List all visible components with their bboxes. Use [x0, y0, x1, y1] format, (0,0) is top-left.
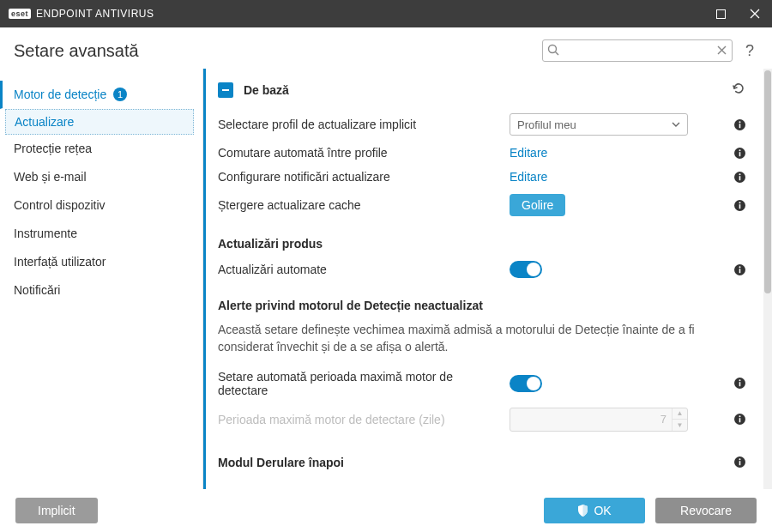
svg-line-4 [556, 52, 559, 56]
row-rollback-heading: Modul Derulare înapoi [218, 437, 746, 475]
info-icon [733, 263, 746, 276]
help-button[interactable]: ? [741, 42, 758, 60]
sidebar-badge: 1 [113, 88, 127, 101]
sidebar: Motor de detecție 1 Actualizare Protecți… [0, 69, 202, 489]
svg-rect-21 [739, 269, 741, 273]
info-button[interactable] [727, 171, 746, 184]
brand: eset ENDPOINT ANTIVIRUS [9, 8, 154, 20]
close-button[interactable] [738, 0, 772, 27]
row-max-age-days: Perioada maximă motor de detectare (zile… [218, 402, 746, 437]
sidebar-item-device-control[interactable]: Control dispozitiv [0, 191, 202, 220]
row-clear-cache: Ștergere actualizare cache Golire [218, 189, 746, 221]
default-button[interactable]: Implicit [15, 498, 98, 523]
edit-link[interactable]: Editare [510, 146, 547, 160]
label: Setare automată perioada maximă motor de… [218, 370, 501, 397]
svg-rect-18 [739, 204, 741, 209]
svg-rect-9 [739, 124, 741, 128]
cancel-button[interactable]: Revocare [655, 498, 757, 523]
clear-cache-button[interactable]: Golire [510, 194, 565, 216]
row-auto-updates: Actualizări automate [218, 256, 746, 283]
svg-rect-15 [739, 176, 741, 180]
sidebar-item-label: Web și e-mail [14, 170, 87, 184]
collapse-toggle[interactable] [218, 82, 233, 98]
page-title: Setare avansată [14, 41, 139, 61]
section-basic: De bază Selectare profil de actualizare … [206, 69, 758, 478]
sidebar-item-tools[interactable]: Instrumente [0, 220, 202, 248]
sidebar-item-label: Actualizare [15, 115, 74, 129]
svg-point-22 [739, 266, 741, 268]
scrollbar[interactable] [763, 69, 772, 489]
label: Configurare notificări actualizare [218, 170, 501, 184]
ok-label: OK [594, 504, 611, 517]
subheading-outdated-alerts: Alerte privind motorul de Detecție neact… [218, 283, 746, 317]
subheading-product-updates: Actualizări produs [218, 221, 746, 256]
sidebar-item-web-email[interactable]: Web și e-mail [0, 163, 202, 191]
scrollbar-thumb[interactable] [764, 70, 771, 293]
info-button[interactable] [727, 263, 746, 276]
window-buttons [703, 0, 772, 27]
row-update-notifications: Configurare notificări actualizare Edita… [218, 165, 746, 189]
sidebar-item-notifications[interactable]: Notificări [0, 276, 202, 305]
clear-search-button[interactable] [716, 44, 727, 59]
info-icon [733, 171, 746, 184]
profile-select[interactable]: Profilul meu [510, 113, 688, 136]
alerts-description: Această setare definește vechimea maximă… [218, 317, 698, 365]
info-button[interactable] [727, 456, 746, 469]
info-button[interactable] [727, 413, 746, 426]
info-icon [733, 118, 746, 131]
svg-point-19 [739, 202, 741, 203]
sidebar-item-network-protection[interactable]: Protecție rețea [0, 135, 202, 163]
info-icon [733, 199, 746, 212]
x-icon [716, 45, 727, 56]
main-panel: De bază Selectare profil de actualizare … [206, 69, 763, 489]
info-button[interactable] [727, 199, 746, 212]
sidebar-item-ui[interactable]: Interfață utilizator [0, 248, 202, 276]
close-icon [750, 9, 760, 19]
info-icon [733, 413, 746, 426]
numeric-value: 7 [655, 413, 672, 426]
row-auto-switch-profiles: Comutare automată între profile Editare [218, 141, 746, 165]
product-name: ENDPOINT ANTIVIRUS [36, 8, 154, 20]
undo-icon [731, 81, 746, 96]
svg-rect-0 [716, 9, 725, 18]
sidebar-item-update[interactable]: Actualizare [5, 109, 194, 135]
info-icon [733, 147, 746, 160]
edit-link[interactable]: Editare [510, 170, 547, 184]
body: Motor de detecție 1 Actualizare Protecți… [0, 69, 772, 489]
page-header: Setare avansată ? [0, 27, 772, 69]
svg-rect-24 [739, 382, 741, 386]
info-icon [733, 456, 746, 469]
titlebar: eset ENDPOINT ANTIVIRUS [0, 0, 772, 27]
section-title: De bază [244, 83, 721, 97]
search-input[interactable] [542, 39, 733, 62]
search-box [542, 39, 733, 62]
section-header-basic: De bază [218, 77, 746, 108]
square-icon [716, 9, 726, 19]
info-button[interactable] [727, 147, 746, 160]
sidebar-item-label: Instrumente [14, 227, 77, 240]
spinner: ▲ ▼ [672, 408, 687, 431]
info-button[interactable] [727, 118, 746, 131]
svg-rect-30 [739, 461, 741, 465]
search-icon [547, 44, 560, 60]
subheading-rollback: Modul Derulare înapoi [218, 456, 719, 469]
label: Perioada maximă motor de detectare (zile… [218, 413, 501, 426]
auto-updates-toggle[interactable] [510, 261, 542, 278]
maximize-button[interactable] [703, 0, 738, 27]
max-age-days-input: 7 ▲ ▼ [510, 408, 688, 432]
svg-point-28 [739, 415, 741, 417]
sidebar-item-label: Motor de detecție [14, 88, 106, 101]
shield-icon [577, 505, 588, 517]
main-wrap: De bază Selectare profil de actualizare … [202, 69, 772, 489]
svg-rect-12 [739, 152, 741, 156]
revert-button[interactable] [731, 81, 746, 100]
chevron-down-icon [672, 118, 680, 131]
ok-button[interactable]: OK [544, 498, 645, 523]
footer: Implicit OK Revocare [0, 489, 772, 532]
sidebar-item-detection-engine[interactable]: Motor de detecție 1 [0, 81, 202, 109]
label: Actualizări automate [218, 263, 501, 276]
info-button[interactable] [727, 377, 746, 390]
auto-max-age-toggle[interactable] [510, 375, 542, 392]
sidebar-item-label: Interfață utilizator [14, 255, 106, 269]
svg-rect-7 [222, 89, 229, 91]
